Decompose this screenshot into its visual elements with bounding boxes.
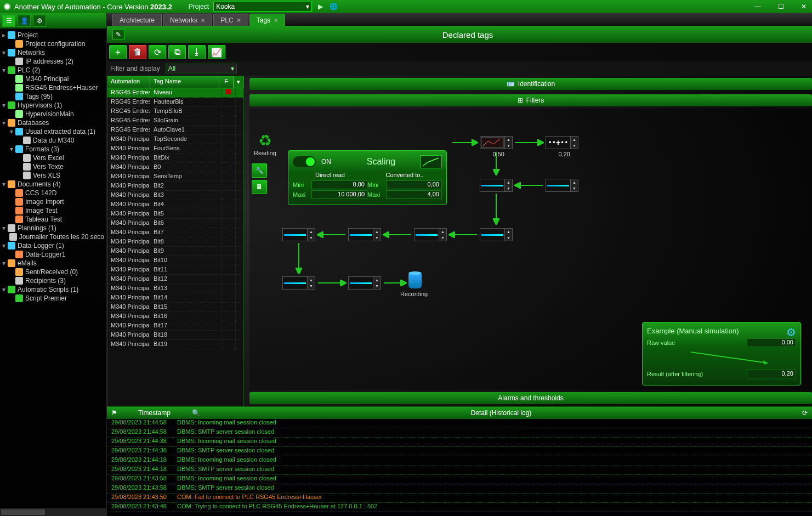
edit-icon[interactable]: ✎ (112, 30, 124, 39)
table-row[interactable]: RSG45 Endress+AutoClave1 (107, 126, 243, 135)
filter-node-r3a[interactable]: ▲▼ (282, 228, 315, 241)
tree-item[interactable]: M340 Principal (0, 75, 106, 83)
table-row[interactable]: RSG45 Endress+SiloGrain (107, 116, 243, 126)
table-row[interactable]: M340 PrincipalBit15 (107, 303, 243, 312)
delete-button[interactable]: 🗑 (129, 45, 146, 59)
tree-item[interactable]: Data-Logger1 (0, 250, 106, 259)
filter-node-r2b[interactable]: ▲▼ (546, 179, 578, 192)
log-row[interactable]: 29/08/2023 21:44:18DBMS: SMTP server ses… (107, 466, 812, 475)
direct-mini-input[interactable]: 0,00 (311, 180, 367, 189)
close-button[interactable]: ✕ (799, 2, 809, 12)
tree-item[interactable]: IP addresses (2) (0, 57, 106, 66)
refresh-button[interactable]: ⟳ (149, 45, 166, 59)
copy-button[interactable]: ⧉ (168, 45, 186, 59)
col-automaton[interactable]: Automaton (107, 76, 150, 88)
tree-item[interactable]: CCS 142D (0, 189, 106, 197)
close-icon[interactable]: × (201, 16, 205, 25)
tab-architecture[interactable]: Architecture (112, 14, 162, 26)
table-row[interactable]: M340 PrincipalSensTemp (107, 172, 243, 182)
section-identification[interactable]: 🪪 Identification (249, 78, 812, 90)
minimize-button[interactable]: — (753, 2, 763, 12)
table-row[interactable]: M340 PrincipalFourSens (107, 144, 243, 154)
tab-tags[interactable]: Tags× (249, 14, 286, 26)
table-row[interactable]: M340 PrincipalBit13 (107, 284, 243, 293)
col-tag-name[interactable]: Tag Name (150, 76, 219, 88)
log-row[interactable]: 29/08/2023 21:43:50COM: Fail to connect … (107, 494, 812, 503)
maximize-button[interactable]: ☐ (776, 2, 786, 12)
run-icon[interactable]: ▶ (315, 2, 325, 12)
scaling-toggle[interactable] (293, 156, 316, 167)
up-icon[interactable]: ▲ (505, 137, 512, 143)
filter-node-r3c[interactable]: ▲▼ (414, 228, 447, 241)
direct-maxi-input[interactable]: 10 000,00 (311, 190, 367, 199)
filter-node-r3b[interactable]: ▲▼ (348, 228, 381, 241)
tree-item[interactable]: Vers Excel (0, 154, 106, 162)
tree-item[interactable]: ▾Formats (3) (0, 145, 106, 154)
table-row[interactable]: RSG45 Endress+HauteurBis (107, 98, 243, 107)
chart-icon[interactable] (420, 155, 442, 168)
tree-view-button[interactable]: ☰ (2, 15, 15, 27)
log-row[interactable]: 29/08/2023 21:44:18DBMS: Incoming mail s… (107, 456, 812, 466)
close-icon[interactable]: × (237, 16, 241, 25)
tree-item[interactable]: Image Test (0, 206, 106, 215)
tree-item[interactable]: ▾Databases (0, 118, 106, 127)
tree-item[interactable]: ▾Usual extracted data (1) (0, 127, 106, 136)
tree-item[interactable]: RSG45 Endress+Hauser (0, 83, 106, 92)
tag-grid-body[interactable]: RSG45 Endress+NiveauRSG45 Endress+Hauteu… (107, 88, 243, 406)
table-row[interactable]: M340 PrincipalBit4 (107, 200, 243, 209)
table-row[interactable]: M340 PrincipalBit8 (107, 237, 243, 247)
col-f[interactable]: F (219, 76, 234, 88)
table-row[interactable]: M340 PrincipalBit10 (107, 256, 243, 265)
section-alarms[interactable]: Alarms and thresholds (249, 392, 812, 404)
log-row[interactable]: 29/08/2023 21:44:38DBMS: Incoming mail s… (107, 438, 812, 447)
tree-item[interactable]: Project configuration (0, 39, 106, 48)
table-row[interactable]: M340 PrincipalBit2 (107, 182, 243, 191)
log-row[interactable]: 29/08/2023 21:43:58DBMS: Incoming mail s… (107, 475, 812, 484)
tree-item[interactable]: Script Premier (0, 294, 106, 303)
sidebar-scrollbar[interactable] (0, 508, 106, 516)
tree-item[interactable]: ▾Data-Logger (1) (0, 241, 106, 250)
raw-value-input[interactable]: 0,00 (747, 338, 796, 347)
table-row[interactable]: M340 PrincipalBit5 (107, 209, 243, 219)
table-row[interactable]: M340 PrincipalBit3 (107, 191, 243, 200)
project-select[interactable]: Kooka ▾ (213, 2, 312, 12)
log-body[interactable]: 29/08/2023 21:44:58DBMS: Incoming mail s… (107, 419, 812, 516)
tree-item[interactable]: Journalier Toutes les 20 seco (0, 233, 106, 241)
flag-icon[interactable]: ⚑ (107, 409, 122, 417)
filter-node-r4b[interactable]: ▲▼ (348, 276, 381, 290)
table-row[interactable]: RSG45 Endress+Niveau (107, 88, 243, 98)
tree-item[interactable]: ▾Documents (4) (0, 180, 106, 189)
tree-item[interactable]: Vers XLS (0, 171, 106, 180)
tree-item[interactable]: Image Import (0, 197, 106, 206)
tree-item[interactable]: Tags (95) (0, 92, 106, 101)
table-row[interactable]: M340 PrincipalBit6 (107, 219, 243, 228)
tree-item[interactable]: Data du M340 (0, 136, 106, 145)
table-row[interactable]: M340 PrincipalBit11 (107, 265, 243, 275)
conv-maxi-input[interactable]: 4,00 (386, 190, 442, 199)
table-row[interactable]: M340 PrincipalB0 (107, 163, 243, 172)
tree-item[interactable]: Vers Texte (0, 162, 106, 171)
log-row[interactable]: 29/08/2023 21:43:58DBMS: SMTP server ses… (107, 484, 812, 494)
log-row[interactable]: 29/08/2023 21:43:46COM: Trying to connec… (107, 503, 812, 512)
down-icon[interactable]: ▼ (505, 143, 512, 149)
download-button[interactable]: ⭳ (188, 45, 206, 59)
tab-networks[interactable]: Networks× (163, 14, 212, 26)
log-row[interactable]: 29/08/2023 21:44:38DBMS: SMTP server ses… (107, 447, 812, 456)
filter-node-1[interactable]: ▲▼ 0,50 (480, 136, 513, 149)
chart-button[interactable]: 📈 (208, 45, 225, 59)
log-row[interactable]: 29/08/2023 21:44:58DBMS: SMTP server ses… (107, 428, 812, 438)
section-filters[interactable]: ⊞ Filters (249, 94, 812, 106)
filter-node-r4a[interactable]: ▲▼ (282, 276, 315, 290)
tree-item[interactable]: ▾Automatic Scripts (1) (0, 285, 106, 294)
tree-item[interactable]: Sent/Received (0) (0, 268, 106, 276)
globe-icon[interactable]: 🌐 (328, 2, 338, 12)
table-row[interactable]: M340 PrincipalBit12 (107, 275, 243, 284)
search-icon[interactable]: 🔍 (188, 409, 205, 417)
table-row[interactable]: RSG45 Endress+TempSiloB (107, 107, 243, 116)
close-icon[interactable]: × (274, 16, 278, 25)
calc-button[interactable]: 🖩 (252, 180, 267, 194)
tree-item[interactable]: ▾Plannings (1) (0, 224, 106, 233)
filter-node-r2a[interactable]: ▲▼ (480, 179, 513, 192)
tree-item[interactable]: Recipients (3) (0, 276, 106, 285)
table-row[interactable]: M340 PrincipalTopSeconde (107, 135, 243, 144)
